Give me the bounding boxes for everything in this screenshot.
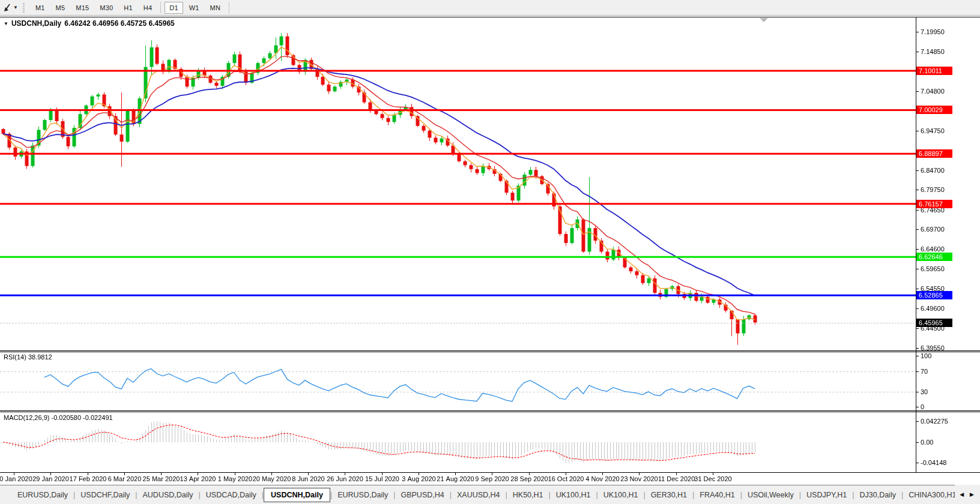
- toolbar-separator: [229, 2, 229, 13]
- symbol-tabs: EURUSD,Daily|USDCHF,Daily|AUDUSD,Daily|U…: [0, 485, 980, 504]
- symbol-dropdown-icon[interactable]: ▼: [4, 21, 8, 26]
- tool-dropdown-caret-icon[interactable]: ▼: [13, 5, 18, 10]
- symbol-tab-china300-h1[interactable]: CHINA300,H1: [903, 488, 961, 502]
- timeframe-button-mn[interactable]: MN: [205, 2, 226, 14]
- chart-title-symbol: USDCNH,Daily: [11, 19, 61, 28]
- tab-scrollers: ◀ ▶: [955, 485, 980, 504]
- symbol-tab-eurusd-daily[interactable]: EURUSD,Daily: [332, 488, 393, 502]
- symbol-tab-usoil-weekly[interactable]: USOil,Weekly: [742, 488, 799, 502]
- symbol-tab-hk50-h1[interactable]: HK50,H1: [507, 488, 549, 502]
- symbol-tab-uk100-h1[interactable]: UK100,H1: [551, 488, 596, 502]
- rsi-indicator-label: RSI(14) 38.9812: [4, 353, 52, 361]
- cursor-tool-icon[interactable]: [1, 2, 13, 13]
- timeframe-button-w1[interactable]: W1: [184, 2, 204, 14]
- chart-title-ohlc: 6.46242 6.46956 6.45725 6.45965: [64, 19, 175, 28]
- symbol-tab-xauusd-h4[interactable]: XAUUSD,H4: [452, 488, 506, 502]
- timeframe-buttons: M1M5M15M30H1H4D1W1MN: [30, 2, 232, 14]
- symbol-tab-usdjpy-h1[interactable]: USDJPY,H1: [801, 488, 852, 502]
- timeframe-button-m1[interactable]: M1: [31, 2, 50, 14]
- symbol-tab-usdcad-daily[interactable]: USDCAD,Daily: [201, 488, 262, 502]
- symbol-tab-usdchf-daily[interactable]: USDCHF,Daily: [75, 488, 135, 502]
- toolbar-separator: [160, 2, 161, 13]
- symbol-tab-gbpusd-h4[interactable]: GBPUSD,H4: [395, 488, 449, 502]
- timeframe-button-m15[interactable]: M15: [71, 2, 94, 14]
- timeframe-button-h4[interactable]: H4: [139, 2, 157, 14]
- price-chart-canvas[interactable]: [0, 0, 980, 504]
- symbol-tab-fra40-h1[interactable]: FRA40,H1: [694, 488, 740, 502]
- timeframe-toolbar: ▼ M1M5M15M30H1H4D1W1MN: [0, 0, 980, 16]
- macd-indicator-label: MACD(12,26,9) -0.020580 -0.022491: [4, 414, 113, 421]
- chart-title: ▼ USDCNH,Daily 6.46242 6.46956 6.45725 6…: [4, 19, 175, 28]
- symbol-tab-usdcnh-daily[interactable]: USDCNH,Daily: [264, 488, 330, 502]
- symbol-tab-dj30-daily[interactable]: DJ30,Daily: [854, 488, 901, 502]
- timeframe-button-d1[interactable]: D1: [165, 2, 183, 14]
- tab-scroll-left-icon[interactable]: ◀: [960, 491, 964, 497]
- timeframe-button-h1[interactable]: H1: [119, 2, 137, 14]
- timeframe-button-m5[interactable]: M5: [51, 2, 70, 14]
- tab-scroll-right-icon[interactable]: ▶: [970, 491, 974, 497]
- symbol-tab-ger30-h1[interactable]: GER30,H1: [646, 488, 692, 502]
- symbol-tab-eurusd-daily[interactable]: EURUSD,Daily: [12, 488, 73, 502]
- symbol-tab-audusd-daily[interactable]: AUDUSD,Daily: [138, 488, 199, 502]
- toolbar-grip-handle[interactable]: [23, 3, 25, 13]
- timeframe-button-m30[interactable]: M30: [95, 2, 118, 14]
- symbol-tab-uk100-h1[interactable]: UK100,H1: [598, 488, 644, 502]
